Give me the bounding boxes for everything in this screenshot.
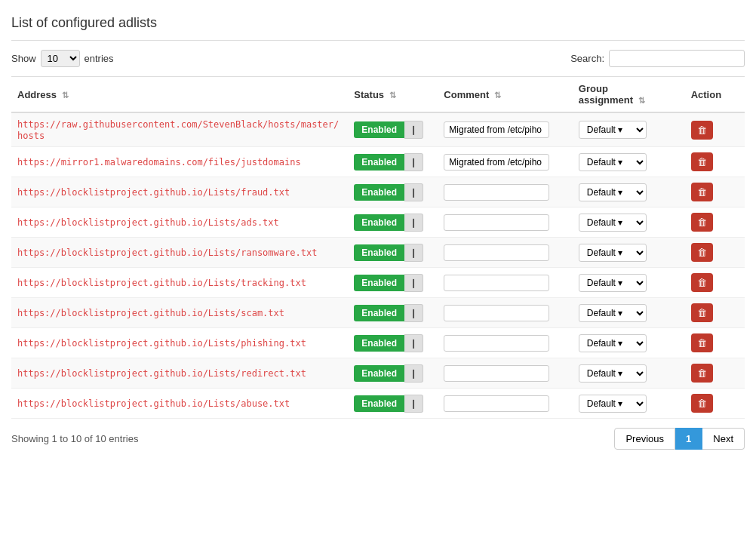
cell-action: 🗑 [685, 268, 745, 298]
comment-input[interactable] [444, 244, 549, 261]
enabled-button[interactable]: Enabled [354, 244, 404, 261]
cell-address: https://blocklistproject.github.io/Lists… [11, 207, 348, 238]
enabled-button[interactable]: Enabled [354, 305, 404, 321]
delete-button[interactable]: 🗑 [691, 364, 713, 383]
cell-group: Default ▾ [573, 358, 685, 389]
group-select[interactable]: Default ▾ [579, 395, 647, 413]
cell-address: https://blocklistproject.github.io/Lists… [11, 328, 348, 358]
delete-button[interactable]: 🗑 [691, 183, 713, 201]
enabled-button[interactable]: Enabled [354, 395, 404, 412]
toggle-button[interactable]: ❙ [404, 395, 423, 413]
cell-action: 🗑 [685, 112, 745, 147]
address-link[interactable]: https://blocklistproject.github.io/Lists… [17, 247, 317, 258]
group-select[interactable]: Default ▾ [579, 334, 647, 352]
sort-icon-address[interactable]: ⇅ [62, 91, 69, 100]
delete-button[interactable]: 🗑 [691, 243, 713, 262]
group-select[interactable]: Default ▾ [579, 214, 647, 232]
cell-status: Enabled❙ [348, 268, 438, 298]
toggle-button[interactable]: ❙ [404, 214, 423, 232]
address-link[interactable]: https://blocklistproject.github.io/Lists… [17, 278, 306, 288]
enabled-button[interactable]: Enabled [354, 154, 404, 171]
comment-input[interactable] [444, 154, 549, 171]
show-entries-control: Show 102550100 entries [11, 50, 114, 67]
sort-icon-group[interactable]: ⇅ [638, 96, 645, 105]
address-link[interactable]: https://raw.githubusercontent.com/Steven… [17, 119, 339, 141]
enabled-button[interactable]: Enabled [354, 335, 404, 352]
toggle-button[interactable]: ❙ [404, 153, 423, 171]
pagination: Previous 1 Next [614, 428, 745, 450]
cell-group: Default ▾ [573, 147, 685, 177]
comment-input[interactable] [444, 305, 549, 321]
toggle-button[interactable]: ❙ [404, 121, 423, 139]
cell-address: https://blocklistproject.github.io/Lists… [11, 177, 348, 207]
toggle-button[interactable]: ❙ [404, 183, 423, 201]
previous-button[interactable]: Previous [614, 428, 675, 450]
delete-button[interactable]: 🗑 [691, 121, 713, 140]
group-select[interactable]: Default ▾ [579, 153, 647, 171]
address-link[interactable]: https://blocklistproject.github.io/Lists… [17, 368, 306, 379]
current-page[interactable]: 1 [675, 428, 702, 450]
table-row: https://blocklistproject.github.io/Lists… [11, 238, 745, 268]
entries-select[interactable]: 102550100 [41, 50, 80, 67]
next-button[interactable]: Next [702, 428, 745, 450]
table-row: https://blocklistproject.github.io/Lists… [11, 207, 745, 238]
enabled-button[interactable]: Enabled [354, 184, 404, 201]
group-select[interactable]: Default ▾ [579, 244, 647, 262]
delete-button[interactable]: 🗑 [691, 213, 713, 232]
delete-button[interactable]: 🗑 [691, 394, 713, 413]
cell-address: https://blocklistproject.github.io/Lists… [11, 389, 348, 419]
search-control: Search: [570, 50, 745, 67]
toggle-button[interactable]: ❙ [404, 304, 423, 322]
toggle-button[interactable]: ❙ [404, 244, 423, 262]
cell-comment [438, 147, 573, 177]
group-select[interactable]: Default ▾ [579, 304, 647, 322]
col-header-status: Status ⇅ [348, 77, 438, 113]
table-row: https://blocklistproject.github.io/Lists… [11, 328, 745, 358]
table-header: Address ⇅ Status ⇅ Comment ⇅ Groupassign… [11, 77, 745, 113]
enabled-button[interactable]: Enabled [354, 214, 404, 231]
address-link[interactable]: https://blocklistproject.github.io/Lists… [17, 398, 290, 409]
toggle-button[interactable]: ❙ [404, 364, 423, 383]
cell-action: 🗑 [685, 298, 745, 328]
toggle-button[interactable]: ❙ [404, 334, 423, 352]
comment-input[interactable] [444, 121, 549, 138]
cell-comment [438, 328, 573, 358]
group-select[interactable]: Default ▾ [579, 364, 647, 383]
search-input[interactable] [609, 50, 745, 67]
enabled-button[interactable]: Enabled [354, 121, 404, 138]
table-row: https://blocklistproject.github.io/Lists… [11, 268, 745, 298]
delete-button[interactable]: 🗑 [691, 273, 713, 292]
delete-button[interactable]: 🗑 [691, 152, 713, 171]
toggle-button[interactable]: ❙ [404, 274, 423, 292]
col-header-action: Action [685, 77, 745, 113]
comment-input[interactable] [444, 395, 549, 412]
enabled-button[interactable]: Enabled [354, 275, 404, 291]
comment-input[interactable] [444, 335, 549, 352]
group-select[interactable]: Default ▾ [579, 183, 647, 201]
delete-button[interactable]: 🗑 [691, 303, 713, 322]
entries-label: entries [85, 53, 114, 64]
cell-action: 🗑 [685, 147, 745, 177]
address-link[interactable]: https://blocklistproject.github.io/Lists… [17, 217, 279, 228]
col-header-group: Groupassignment ⇅ [573, 77, 685, 113]
cell-address: https://raw.githubusercontent.com/Steven… [11, 112, 348, 147]
address-link[interactable]: https://blocklistproject.github.io/Lists… [17, 187, 290, 198]
sort-icon-comment[interactable]: ⇅ [494, 91, 501, 100]
enabled-button[interactable]: Enabled [354, 365, 404, 382]
cell-address: https://mirror1.malwaredomains.com/files… [11, 147, 348, 177]
table-controls-bottom: Showing 1 to 10 of 10 entries Previous 1… [11, 428, 745, 450]
comment-input[interactable] [444, 184, 549, 201]
address-link[interactable]: https://mirror1.malwaredomains.com/files… [17, 157, 301, 167]
comment-input[interactable] [444, 275, 549, 291]
sort-icon-status[interactable]: ⇅ [389, 91, 396, 100]
group-select[interactable]: Default ▾ [579, 121, 647, 139]
cell-comment [438, 298, 573, 328]
address-link[interactable]: https://blocklistproject.github.io/Lists… [17, 338, 306, 349]
comment-input[interactable] [444, 214, 549, 231]
group-select[interactable]: Default ▾ [579, 274, 647, 292]
comment-input[interactable] [444, 365, 549, 382]
delete-button[interactable]: 🗑 [691, 333, 713, 352]
cell-status: Enabled❙ [348, 389, 438, 419]
cell-group: Default ▾ [573, 238, 685, 268]
address-link[interactable]: https://blocklistproject.github.io/Lists… [17, 308, 284, 318]
